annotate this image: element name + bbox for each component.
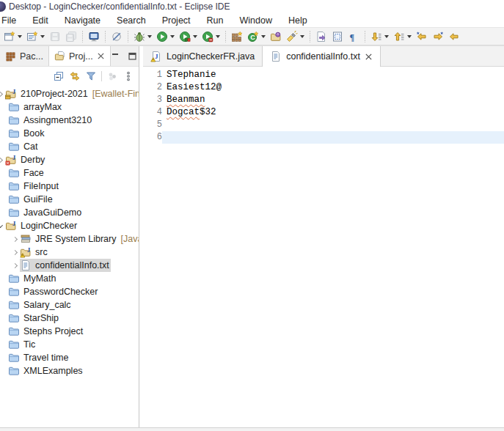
editor-line-3[interactable]: 3 Beanman — [143, 94, 504, 106]
editor-line-1[interactable]: 1 STephanie — [143, 69, 504, 81]
tree-item-confidentialinfo-txt[interactable]: confidentialInfo.txt — [0, 259, 139, 272]
tab-confidentialinfo-txt[interactable]: confidentialInfo.txt — [262, 46, 381, 67]
dropdown-arrow-icon[interactable] — [170, 35, 175, 38]
save-button[interactable] — [48, 30, 62, 43]
tree-item-book[interactable]: Book — [0, 127, 139, 140]
editor-line-6-current[interactable]: 6 — [143, 131, 504, 144]
tree-item-salary-calc[interactable]: Salary_calc — [0, 298, 139, 312]
tree-item-assingment3210[interactable]: Assingment3210 — [0, 114, 139, 127]
menu-file[interactable]: File — [0, 15, 22, 26]
chevron-right-icon[interactable] — [12, 262, 19, 269]
back-button[interactable] — [447, 30, 461, 43]
view-tab-bar: Pac... Proj... — [0, 46, 139, 67]
tree-item-travel-time[interactable]: Travel time — [0, 351, 139, 364]
folder-icon — [8, 167, 20, 179]
dropdown-arrow-icon[interactable] — [216, 35, 220, 38]
tree-item-arraymax[interactable]: arrayMax — [0, 100, 139, 114]
dropdown-arrow-icon[interactable] — [193, 35, 197, 38]
filter-icon[interactable] — [85, 70, 97, 82]
dropdown-arrow-icon[interactable] — [384, 35, 389, 38]
tree-item-passwordchecker[interactable]: PasswordChecker — [0, 285, 139, 298]
selected-tree-item[interactable]: confidentialInfo.txt — [20, 259, 111, 272]
new-java-class-button[interactable]: C — [246, 30, 267, 43]
line-number: 6 — [152, 131, 162, 144]
menu-window[interactable]: Window — [234, 15, 278, 26]
debug-button[interactable] — [132, 30, 153, 43]
profile-button[interactable] — [200, 30, 222, 43]
view-toolbar — [0, 67, 139, 86]
tree-item-jre-system-library[interactable]: JRE System Library [JavaSE-1 — [0, 232, 139, 246]
chevron-down-icon[interactable] — [0, 223, 4, 229]
tree-item-xmlexamples[interactable]: XMLExamples — [0, 364, 139, 377]
tab-package-explorer[interactable]: Pac... — [0, 46, 48, 66]
maximize-icon[interactable] — [128, 51, 137, 61]
open-task-button[interactable] — [269, 30, 283, 43]
menu-search[interactable]: Search — [111, 15, 152, 26]
tree-item-guifile[interactable]: GuiFile — [0, 193, 139, 206]
run-button[interactable] — [155, 30, 176, 43]
tree-item-derby[interactable]: Derby — [0, 153, 139, 166]
minimize-icon[interactable] — [111, 51, 120, 61]
previous-annotation-button[interactable] — [392, 30, 413, 43]
eclipse-window: Desktop - LoginChecker/confidentialInfo.… — [0, 0, 504, 431]
editor-line-2[interactable]: 2 Easiest12@ — [143, 81, 504, 94]
show-whitespace-button[interactable]: ¶ — [346, 30, 361, 43]
dropdown-arrow-icon[interactable] — [147, 35, 152, 38]
new-java-project-button[interactable] — [230, 30, 244, 43]
tree-item-stephs-project[interactable]: Stephs Project — [0, 325, 139, 338]
tree-item-starship[interactable]: StarShip — [0, 312, 139, 325]
tab-project-explorer[interactable]: Proj... — [48, 46, 111, 66]
focus-on-task-icon[interactable] — [106, 70, 118, 82]
source-folder-warning-icon — [20, 246, 32, 258]
collapse-all-icon[interactable] — [53, 70, 65, 82]
tree-item-210project[interactable]: 210Project-2021 [Ewallet-Final — [0, 87, 139, 100]
editor-area: LoginCheckerFR.java confidentialInfo.txt… — [143, 46, 504, 427]
menu-navigate[interactable]: Navigate — [59, 15, 106, 26]
save-all-button[interactable] — [64, 30, 78, 43]
chevron-right-icon[interactable] — [12, 236, 19, 243]
dropdown-arrow-icon[interactable] — [18, 35, 22, 38]
dropdown-arrow-icon[interactable] — [40, 35, 45, 38]
menu-run[interactable]: Run — [201, 15, 230, 26]
dropdown-arrow-icon[interactable] — [261, 35, 266, 38]
editor-line-5[interactable]: 5 — [143, 119, 504, 131]
link-with-editor-icon[interactable] — [69, 70, 81, 82]
tree-item-loginchecker[interactable]: LoginChecker — [0, 219, 139, 232]
menu-help[interactable]: Help — [282, 15, 313, 26]
editor-line-4[interactable]: 4 Dogcat$32 — [143, 106, 504, 119]
last-edit-location-button[interactable] — [314, 30, 329, 43]
new-wizard-button[interactable] — [2, 30, 23, 43]
next-annotation-button[interactable] — [369, 30, 390, 43]
text-editor[interactable]: 1 STephanie 2 Easiest12@ 3 Beanman 4 Dog… — [143, 67, 504, 427]
view-menu-icon[interactable] — [123, 70, 134, 82]
tab-label: confidentialInfo.txt — [286, 51, 360, 62]
menu-edit[interactable]: Edit — [26, 15, 54, 26]
coverage-button[interactable] — [178, 30, 199, 43]
tree-item-cat[interactable]: Cat — [0, 140, 139, 153]
chevron-right-icon[interactable] — [12, 249, 19, 256]
next-edit-location-button[interactable] — [431, 30, 445, 43]
open-console-button[interactable] — [87, 30, 101, 43]
close-icon[interactable] — [97, 52, 105, 60]
block-selection-mode-button[interactable] — [330, 30, 345, 43]
back-to-last-edit-button[interactable] — [414, 30, 429, 43]
tab-logincheckerfr-java[interactable]: LoginCheckerFR.java — [143, 46, 262, 66]
new-wizard-menu-button[interactable] — [25, 30, 46, 43]
tree-item-face[interactable]: Face — [0, 166, 139, 180]
chevron-right-icon[interactable] — [0, 157, 4, 163]
close-icon[interactable] — [365, 53, 373, 61]
tree-item-tic[interactable]: Tic — [0, 338, 139, 351]
library-icon — [20, 233, 32, 245]
search-button[interactable] — [285, 30, 306, 43]
line-text: Easiest12@ — [167, 82, 222, 92]
tree-item-mymath[interactable]: MyMath — [0, 272, 139, 285]
dropdown-arrow-icon[interactable] — [300, 35, 304, 38]
dropdown-arrow-icon[interactable] — [407, 35, 412, 38]
menu-project[interactable]: Project — [156, 15, 197, 26]
chevron-right-icon[interactable] — [0, 91, 4, 97]
tree-item-src[interactable]: src — [0, 246, 139, 259]
tree-item-javaguidemo[interactable]: JavaGuiDemo — [0, 206, 139, 219]
skip-all-breakpoints-button[interactable] — [109, 30, 124, 43]
java-file-warning-icon — [150, 51, 162, 62]
tree-item-fileinput[interactable]: FileInput — [0, 180, 139, 193]
